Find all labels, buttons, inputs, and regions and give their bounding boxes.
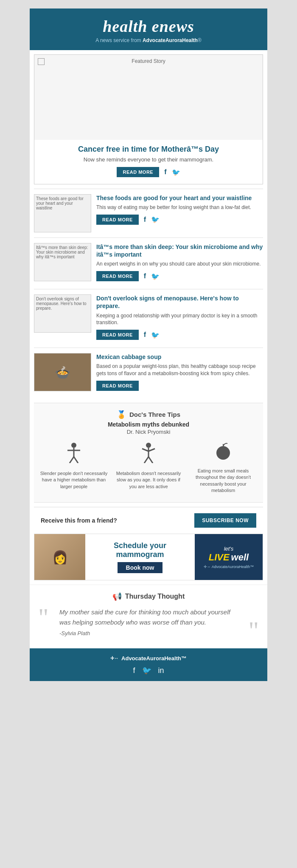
megaphone-icon: 📢 (112, 592, 122, 601)
article-row: Don't overlook signs of menopause. Here'… (34, 289, 263, 348)
footer: ✛↔ AdvocateAuroraHealth™ f 🐦 in (30, 648, 267, 681)
docs-tips-subtitle: Metabolism myths debunked (38, 421, 259, 428)
article-row: Itâ™s more than skin deep: Your skin mic… (34, 237, 263, 289)
site-title: health enews (34, 17, 263, 36)
footer-twitter-icon[interactable]: 🐦 (142, 666, 151, 675)
footer-brand-text: AdvocateAuroraHealth™ (121, 655, 187, 662)
svg-point-5 (146, 443, 151, 448)
article-facebook-icon[interactable]: f (144, 216, 146, 223)
svg-line-7 (142, 449, 148, 451)
article-description: Keeping a good relationship with your pr… (96, 312, 263, 327)
article-title: These foods are good for your heart and … (96, 194, 263, 202)
article-content: Itâ™s more than skin deep: Your skin mic… (96, 243, 263, 284)
thursday-title: Thursday Thought (125, 593, 185, 600)
apple-icon (188, 442, 259, 464)
mammogram-well-text: well (231, 552, 249, 563)
article-read-more-button[interactable]: READ MORE (96, 381, 139, 391)
article-thumbnail-soup: 🍲 (34, 353, 91, 391)
article-row: 🍲 Mexican cabbage soup Based on a popula… (34, 348, 263, 399)
article-thumb-placeholder: Itâ™s more than skin deep: Your skin mic… (36, 245, 89, 259)
svg-line-8 (148, 449, 155, 451)
svg-line-3 (70, 457, 74, 463)
article-thumb-placeholder: Don't overlook signs of menopause. Here'… (36, 297, 89, 311)
featured-twitter-icon[interactable]: 🐦 (172, 168, 180, 176)
quote-author: -Sylvia Plath (51, 630, 246, 636)
article-thumbnail: Don't overlook signs of menopause. Here'… (34, 294, 91, 333)
article-actions: READ MORE f 🐦 (96, 330, 263, 340)
thursday-thought-section: 📢 Thursday Thought " My mother said the … (30, 585, 267, 642)
header: health enews A news service from Advocat… (30, 8, 267, 50)
mammogram-live-well: LIVE well (209, 552, 249, 563)
mammogram-schedule-text: Schedule your mammogram (89, 541, 191, 560)
tips-icon: 🏅 (117, 410, 126, 419)
header-subtitle: A news service from AdvocateAuroraHealth… (34, 37, 263, 43)
mammogram-lets: let's (224, 546, 234, 552)
tip-text: Eating more small meals throughout the d… (188, 468, 259, 494)
tip-text: Slender people don't necessarily have a … (38, 470, 109, 490)
tip-text: Metabolism doesn't necessarily slow as y… (113, 470, 184, 490)
svg-point-0 (71, 443, 76, 448)
docs-tips-author: Dr. Nick Pryomski (38, 429, 259, 435)
article-description: Based on a popular weight-loss plan, thi… (96, 363, 263, 377)
footer-social-links: f 🐦 in (34, 666, 263, 675)
article-content: These foods are good for your heart and … (96, 194, 263, 227)
article-actions: READ MORE f 🐦 (96, 215, 263, 225)
article-row: These foods are good for your heart and … (34, 189, 263, 237)
article-content: Don't overlook signs of menopause. Here'… (96, 294, 263, 342)
svg-line-10 (148, 457, 153, 463)
mammogram-live-text: LIVE (209, 552, 230, 563)
featured-read-more-button[interactable]: READ MORE (117, 167, 159, 177)
article-actions: READ MORE (96, 381, 263, 391)
footer-linkedin-icon[interactable]: in (158, 666, 164, 675)
featured-actions: READ MORE f 🐦 (43, 167, 254, 177)
article-description: This way of eating may be better for los… (96, 204, 263, 211)
featured-description: Now she reminds everyone to get their ma… (43, 156, 254, 163)
featured-facebook-icon[interactable]: f (164, 168, 166, 176)
article-content: Mexican cabbage soup Based on a popular … (96, 353, 263, 393)
svg-point-11 (216, 446, 230, 460)
tip-item: Metabolism doesn't necessarily slow as y… (113, 442, 184, 494)
article-twitter-icon[interactable]: 🐦 (151, 331, 160, 339)
footer-logo-icon: ✛↔ (110, 656, 119, 661)
mammogram-brand-area: let's LIVE well ✛↔ AdvocateAuroraHealth™ (195, 534, 263, 580)
thursday-quote-area: " My mother said the cure for thinking t… (38, 607, 259, 636)
mammogram-photo: 👩 (34, 534, 85, 580)
article-thumbnail: Itâ™s more than skin deep: Your skin mic… (34, 243, 91, 281)
article-actions: READ MORE f 🐦 (96, 271, 263, 281)
article-title: Don't overlook signs of menopause. Here'… (96, 294, 263, 310)
mammogram-book-button[interactable]: Book now (118, 562, 163, 573)
thursday-header: 📢 Thursday Thought (38, 592, 259, 601)
person-arms-icon (113, 442, 184, 467)
footer-brand: ✛↔ AdvocateAuroraHealth™ (34, 655, 263, 662)
svg-rect-12 (223, 444, 224, 447)
featured-text-area: Cancer free in time for Motherâ™s Day No… (34, 140, 263, 184)
svg-line-4 (74, 457, 78, 463)
article-thumb-placeholder: These foods are good for your heart and … (36, 196, 89, 210)
subtitle-trademark: ® (198, 37, 202, 43)
article-twitter-icon[interactable]: 🐦 (151, 272, 160, 280)
docs-tips-title: Doc's Three Tips (129, 411, 180, 418)
quote-text: My mother said the cure for thinking too… (51, 607, 246, 628)
article-twitter-icon[interactable]: 🐦 (151, 215, 160, 223)
article-thumbnail: These foods are good for your heart and … (34, 194, 91, 232)
article-read-more-button[interactable]: READ MORE (96, 330, 139, 340)
article-facebook-icon[interactable]: f (144, 272, 146, 280)
close-quote-icon: " (249, 620, 259, 641)
mammogram-brand-text: ✛↔ AdvocateAuroraHealth™ (204, 565, 254, 569)
docs-tips-header: 🏅 Doc's Three Tips (38, 410, 259, 419)
featured-image: Featured Story (34, 55, 263, 140)
article-description: An expert weighs in on why you should ca… (96, 260, 263, 268)
tip-item: Slender people don't necessarily have a … (38, 442, 109, 494)
subscribe-bar: Receive this from a friend? SUBSCRIBE NO… (34, 507, 263, 534)
article-facebook-icon[interactable]: f (144, 331, 146, 339)
docs-tips-section: 🏅 Doc's Three Tips Metabolism myths debu… (34, 403, 263, 503)
article-read-more-button[interactable]: READ MORE (96, 271, 139, 281)
featured-story-card: Featured Story Cancer free in time for M… (34, 54, 263, 184)
article-list: These foods are good for your heart and … (30, 189, 267, 399)
article-title: Mexican cabbage soup (96, 353, 263, 361)
person-icon (38, 442, 109, 467)
svg-line-9 (144, 457, 148, 463)
article-read-more-button[interactable]: READ MORE (96, 215, 139, 225)
subscribe-button[interactable]: SUBSCRIBE NOW (194, 513, 256, 528)
footer-facebook-icon[interactable]: f (133, 666, 135, 675)
